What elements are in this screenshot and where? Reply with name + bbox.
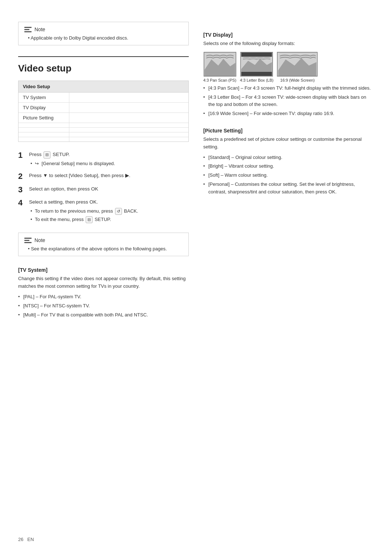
tv-screen-169-label: 16:9 (Wide Screen) xyxy=(280,78,315,82)
step-4-subbullets: To return to the previous menu, press ↺ … xyxy=(29,208,189,224)
svg-rect-4 xyxy=(241,72,272,76)
tv-display-43lb: 4:3 Letter Box (LB) xyxy=(240,52,273,82)
note-box-bottom: Note See the explanations of the above o… xyxy=(18,233,189,256)
note-bullet-top: Applicable only to Dolby Digital encoded… xyxy=(24,35,183,41)
table-cell-empty3-val xyxy=(69,132,188,137)
table-row: Picture Setting xyxy=(19,113,188,123)
tv-display-bullets: [4:3 Pan Scan] – For 4:3 screen TV: full… xyxy=(203,85,374,118)
page-number: 26 xyxy=(18,537,23,542)
list-item: [Soft] – Warm colour setting. xyxy=(203,172,374,179)
table-cell-tv-system-val xyxy=(69,93,188,102)
picture-setting-bullets: [Standard] – Original colour setting. [B… xyxy=(203,154,374,196)
steps-list: 1 Press ⊟ SETUP. ↪ [General Setup] menu … xyxy=(18,151,189,224)
table-cell-empty3 xyxy=(19,132,69,137)
step-number-2: 2 xyxy=(18,172,25,181)
picture-setting-body: Selects a predefined set of picture colo… xyxy=(203,136,374,151)
step-4-sub-1: To return to the previous menu, press ↺ … xyxy=(30,208,189,215)
right-column: [TV Display] Selects one of the followin… xyxy=(203,22,374,320)
table-cell-picture-setting: Picture Setting xyxy=(19,113,69,123)
list-item: [Personal] – Customises the colour setti… xyxy=(203,181,374,196)
table-cell-tv-display-val xyxy=(69,103,188,112)
tv-display-heading: [TV Display] xyxy=(203,32,374,38)
step-number-3: 3 xyxy=(18,185,25,194)
list-item: [NTSC] – For NTSC-system TV. xyxy=(18,302,189,310)
list-item: [4:3 Letter Box] – For 4:3 screen TV: wi… xyxy=(203,94,374,109)
picture-setting-heading: [Picture Setting] xyxy=(203,128,374,134)
tv-system-heading: [TV System] xyxy=(18,267,189,273)
table-row xyxy=(19,132,188,137)
list-item: [16:9 Wide Screen] – For wide-screen TV:… xyxy=(203,110,374,118)
table-cell-empty2-val xyxy=(69,128,188,132)
page-footer: 26 EN xyxy=(18,537,34,542)
step-1-subbullets: ↪ [General Setup] menu is displayed. xyxy=(29,160,189,168)
page-lang: EN xyxy=(27,537,34,542)
tv-system-body: Change this setting if the video does no… xyxy=(18,275,189,290)
table-cell-empty2 xyxy=(19,128,69,132)
step-number-4: 4 xyxy=(18,198,25,208)
list-item: [Multi] – For TV that is compatible with… xyxy=(18,311,189,319)
note-bullet-bottom: See the explanations of the above option… xyxy=(24,246,183,251)
table-cell-tv-system: TV System xyxy=(19,93,69,102)
tv-screen-43ps xyxy=(204,52,236,77)
note-title-bottom: Note xyxy=(34,237,45,243)
list-item: [4:3 Pan Scan] – For 4:3 screen TV: full… xyxy=(203,85,374,92)
setup-table-header: Video Setup xyxy=(19,81,188,93)
tv-display-43ps: 4:3 Pan Scan (PS) xyxy=(203,52,236,82)
tv-screen-43lb-label: 4:3 Letter Box (LB) xyxy=(240,78,273,82)
note-title-top: Note xyxy=(34,26,45,32)
picture-setting-section: [Picture Setting] Selects a predefined s… xyxy=(203,128,374,196)
setup-icon-1: ⊟ xyxy=(44,151,50,159)
tv-display-section: [TV Display] Selects one of the followin… xyxy=(203,32,374,118)
table-cell-picture-setting-val xyxy=(69,113,188,123)
tv-display-images: 4:3 Pan Scan (PS) xyxy=(203,52,374,82)
back-icon: ↺ xyxy=(115,208,122,215)
step-4: 4 Select a setting, then press OK. To re… xyxy=(18,198,189,224)
setup-icon-2: ⊟ xyxy=(86,216,93,224)
tv-screen-43ps-label: 4:3 Pan Scan (PS) xyxy=(203,78,236,82)
arrow-icon: ↪ xyxy=(35,160,39,168)
step-3: 3 Select an option, then press OK xyxy=(18,185,189,194)
table-row xyxy=(19,137,188,142)
video-setup-table: Video Setup TV System TV Display Picture… xyxy=(18,81,189,142)
note-box-top: Note Applicable only to Dolby Digital en… xyxy=(18,22,189,45)
left-column: Note Applicable only to Dolby Digital en… xyxy=(18,22,189,320)
step-content-1: Press ⊟ SETUP. ↪ [General Setup] menu is… xyxy=(29,151,189,168)
table-row xyxy=(19,128,188,132)
note-icon-top xyxy=(24,27,32,32)
table-cell-tv-display: TV Display xyxy=(19,103,69,112)
svg-rect-3 xyxy=(241,53,272,57)
tv-display-body: Selects one of the following display for… xyxy=(203,40,374,48)
table-row: TV Display xyxy=(19,103,188,113)
step-content-3: Select an option, then press OK xyxy=(29,185,189,193)
step-content-2: Press ▼ to select [Video Setup], then pr… xyxy=(29,172,189,180)
video-setup-heading: Video setup xyxy=(18,63,189,74)
tv-system-bullets: [PAL] – For PAL-system TV. [NTSC] – For … xyxy=(18,293,189,319)
section-divider xyxy=(18,56,189,57)
tv-system-section: [TV System] Change this setting if the v… xyxy=(18,267,189,319)
list-item: [PAL] – For PAL-system TV. xyxy=(18,293,189,301)
table-cell-empty1-val xyxy=(69,123,188,127)
note-header-top: Note xyxy=(24,26,183,32)
note-icon-bottom xyxy=(24,238,32,243)
table-cell-empty4-val xyxy=(69,137,188,142)
table-cell-empty1 xyxy=(19,123,69,127)
tv-screen-43lb xyxy=(240,52,273,77)
note-header-bottom: Note xyxy=(24,237,183,243)
tv-screen-169 xyxy=(277,52,318,77)
step-2: 2 Press ▼ to select [Video Setup], then … xyxy=(18,172,189,181)
step-number-1: 1 xyxy=(18,151,25,160)
step-1-sub-1: ↪ [General Setup] menu is displayed. xyxy=(30,160,189,168)
table-row: TV System xyxy=(19,93,188,103)
step-4-sub-2: To exit the menu, press ⊟ SETUP. xyxy=(30,216,189,224)
list-item: [Bright] – Vibrant colour setting. xyxy=(203,163,374,170)
list-item: [Standard] – Original colour setting. xyxy=(203,154,374,161)
tv-display-169: 16:9 (Wide Screen) xyxy=(277,52,318,82)
table-row xyxy=(19,123,188,128)
step-content-4: Select a setting, then press OK. To retu… xyxy=(29,198,189,224)
table-cell-empty4 xyxy=(19,137,69,142)
step-1: 1 Press ⊟ SETUP. ↪ [General Setup] menu … xyxy=(18,151,189,168)
